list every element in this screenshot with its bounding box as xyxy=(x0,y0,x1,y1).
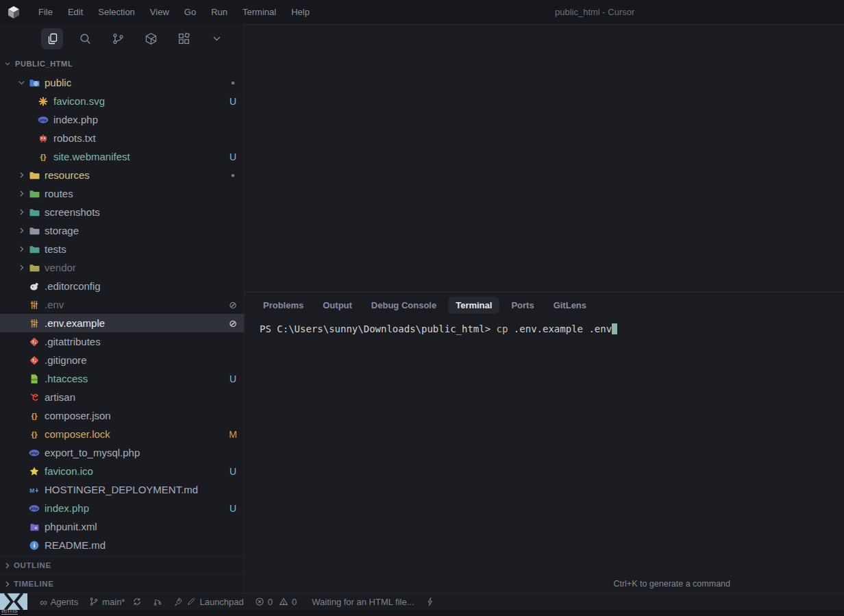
svg-text:</>: </> xyxy=(32,378,38,382)
panel-tab-gitlens[interactable]: GitLens xyxy=(546,297,594,314)
menu-go[interactable]: Go xyxy=(177,0,203,24)
section-outline[interactable]: OUTLINE xyxy=(0,556,244,574)
bolt-button[interactable] xyxy=(425,597,435,606)
section-label: OUTLINE xyxy=(14,561,51,569)
file-label: index.php xyxy=(45,502,224,514)
tree-item-.htaccess[interactable]: </>.htaccessU xyxy=(0,369,244,388)
tree-item-screenshots[interactable]: screenshots xyxy=(0,203,244,221)
explorer-icon[interactable] xyxy=(41,28,63,49)
menu-terminal[interactable]: Terminal xyxy=(235,0,284,24)
tree-item-tests[interactable]: tests xyxy=(0,240,244,258)
ignored-badge: ⊘ xyxy=(228,299,238,310)
file-label: .htaccess xyxy=(45,373,224,384)
terminal-prompt: PS C:\Users\sunny\Downloads\public_html> xyxy=(260,323,497,334)
cube-icon[interactable] xyxy=(140,28,162,49)
tree-item-composer.lock[interactable]: {}composer.lockM xyxy=(0,425,244,443)
tree-item-.editorconfig[interactable]: .editorconfig xyxy=(0,277,244,295)
menu-selection[interactable]: Selection xyxy=(90,0,142,24)
agents-button[interactable]: ∞ Agents xyxy=(40,597,78,607)
braces-icon: {} xyxy=(29,429,40,440)
section-label: TIMELINE xyxy=(14,580,53,588)
source-control-icon[interactable] xyxy=(107,28,129,49)
asterisk-icon xyxy=(38,96,49,107)
activity-bar xyxy=(0,24,244,53)
section-timeline[interactable]: TIMELINE xyxy=(0,574,244,593)
editorconfig-icon xyxy=(29,281,40,292)
chevron-right-icon xyxy=(14,171,29,180)
cursor-logo-icon xyxy=(6,5,21,20)
tree-item-export_to_mysql.php[interactable]: phpexport_to_mysql.php xyxy=(0,443,244,462)
terminal-ai-hint: Ctrl+K to generate a command xyxy=(613,579,730,589)
problems-counter[interactable]: 0 0 xyxy=(255,597,297,607)
tree-item-resources[interactable]: resources● xyxy=(0,166,244,184)
env-icon xyxy=(29,299,40,310)
file-label: screenshots xyxy=(45,206,238,218)
folder-tests-icon xyxy=(29,244,40,255)
cursor-window: FileEditSelectionViewGoRunTerminalHelp p… xyxy=(0,0,844,616)
more-views-chevron-icon[interactable] xyxy=(206,28,227,49)
tree-item-composer.json[interactable]: {}composer.json xyxy=(0,406,244,425)
terminal-view[interactable]: PS C:\Users\sunny\Downloads\public_html>… xyxy=(245,318,844,593)
remote-indicator[interactable] xyxy=(0,593,27,610)
tree-item-.gitattributes[interactable]: .gitattributes xyxy=(0,332,244,351)
infinity-icon: ∞ xyxy=(40,597,47,607)
file-label: HOSTINGER_DEPLOYMENT.md xyxy=(45,484,238,495)
tree-item-robots.txt[interactable]: robots.txt xyxy=(0,129,244,147)
git-branch-button[interactable]: main* xyxy=(89,597,142,607)
launchpad-button[interactable]: Launchpad xyxy=(173,597,243,607)
extensions-icon[interactable] xyxy=(173,28,195,49)
explorer-section-header[interactable]: PUBLIC_HTML xyxy=(0,53,244,73)
tree-item-favicon.ico[interactable]: favicon.icoU xyxy=(0,462,244,480)
editor-area: ProblemsOutputDebug ConsoleTerminalPorts… xyxy=(245,24,844,593)
git-status-badge: U xyxy=(228,373,238,384)
ignored-badge: ⊘ xyxy=(228,318,238,329)
panel-tab-terminal[interactable]: Terminal xyxy=(448,297,499,314)
folder-public-icon xyxy=(29,77,40,88)
window-title: public_html - Cursor xyxy=(555,0,634,24)
chevron-right-icon xyxy=(14,189,29,198)
terminal-command: cp xyxy=(497,323,508,334)
tree-item-storage[interactable]: storage xyxy=(0,221,244,240)
tree-item-favicon.svg[interactable]: favicon.svgU xyxy=(0,92,244,110)
tree-item-.env.example[interactable]: .env.example⊘ xyxy=(0,314,244,332)
menu-file[interactable]: File xyxy=(31,0,60,24)
panel-tab-problems[interactable]: Problems xyxy=(256,297,311,314)
tree-item-index.php[interactable]: phpindex.php xyxy=(0,110,244,129)
branch-icon xyxy=(89,597,99,606)
svg-text:php: php xyxy=(30,506,38,510)
svg-text:php: php xyxy=(39,118,47,122)
braces-icon: {} xyxy=(29,410,40,421)
tree-item-public[interactable]: public● xyxy=(0,73,244,92)
git-status-badge: U xyxy=(228,503,238,514)
menu-view[interactable]: View xyxy=(142,0,177,24)
tree-item-artisan[interactable]: artisan xyxy=(0,388,244,406)
menu-run[interactable]: Run xyxy=(203,0,235,24)
tree-item-readme.md[interactable]: iREADME.md xyxy=(0,536,244,554)
git-graph-button[interactable] xyxy=(153,597,162,606)
svg-text:M: M xyxy=(29,486,34,493)
tree-item-index.php[interactable]: phpindex.phpU xyxy=(0,499,244,517)
tree-item-.gitignore[interactable]: .gitignore xyxy=(0,351,244,369)
star-icon xyxy=(29,466,40,477)
file-label: public xyxy=(45,77,224,88)
clipped-text-fragment: tems xyxy=(1,610,18,615)
status-message[interactable]: Waiting for an HTML file... xyxy=(312,597,414,607)
rocket-icon xyxy=(173,597,183,606)
menu-edit[interactable]: Edit xyxy=(60,0,90,24)
tree-item-vendor[interactable]: vendor xyxy=(0,258,244,277)
folder-routes-icon xyxy=(29,188,40,199)
panel-tab-output[interactable]: Output xyxy=(315,297,360,314)
tree-item-.env[interactable]: .env⊘ xyxy=(0,295,244,314)
tree-item-phpunit.xml[interactable]: cphpunit.xml xyxy=(0,517,244,536)
error-icon xyxy=(255,597,264,606)
menu-help[interactable]: Help xyxy=(284,0,317,24)
file-label: .gitattributes xyxy=(45,336,238,347)
tree-item-site.webmanifest[interactable]: {}site.webmanifestU xyxy=(0,147,244,166)
tree-item-hostinger_deployment.md[interactable]: MHOSTINGER_DEPLOYMENT.md xyxy=(0,480,244,499)
panel-tab-debug-console[interactable]: Debug Console xyxy=(364,297,444,314)
panel-tab-ports[interactable]: Ports xyxy=(504,297,541,314)
tree-item-routes[interactable]: routes xyxy=(0,184,244,203)
folder-vendor-icon xyxy=(29,262,40,273)
search-icon[interactable] xyxy=(74,28,96,49)
chevron-right-icon xyxy=(14,208,29,217)
